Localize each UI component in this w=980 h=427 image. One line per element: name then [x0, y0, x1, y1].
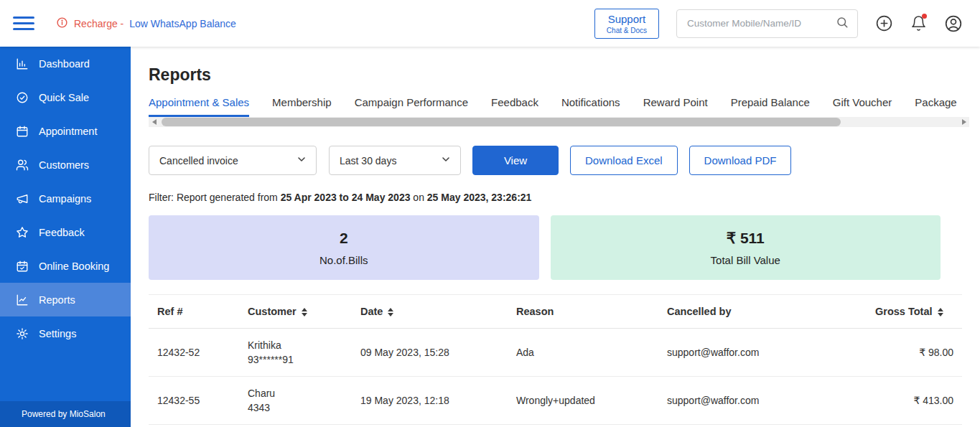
- bar-chart-icon: [16, 57, 29, 70]
- chevron-down-icon: [296, 154, 307, 167]
- tab-appointment-sales[interactable]: Appointment & Sales: [149, 96, 249, 117]
- cell-cancelled-by: support@waffor.com: [658, 329, 867, 377]
- gear-icon: [16, 327, 29, 340]
- sidebar-item-quick-sale[interactable]: Quick Sale: [0, 80, 131, 114]
- users-icon: [16, 159, 29, 172]
- customer-sub: 4343: [248, 402, 343, 413]
- powered-by-footer: Powered by MioSalon: [0, 401, 131, 427]
- sidebar-item-feedback[interactable]: Feedback: [0, 215, 131, 249]
- calendar-icon: [16, 125, 29, 138]
- filter-note-range: 25 Apr 2023 to 24 May 2023: [281, 192, 411, 203]
- notification-badge: [922, 14, 927, 19]
- check-circle-icon: [16, 91, 29, 104]
- customer-name: Charu: [248, 388, 343, 399]
- sidebar-item-label: Customers: [39, 159, 89, 171]
- sidebar-item-label: Campaigns: [39, 193, 91, 205]
- sidebar-item-label: Settings: [39, 328, 76, 339]
- tab-feedback[interactable]: Feedback: [491, 96, 538, 117]
- customer-name: Krithika: [248, 339, 343, 351]
- cell-gross-total: ₹ 413.00: [867, 377, 962, 425]
- sidebar-item-label: Feedback: [39, 227, 85, 238]
- menu-icon[interactable]: [13, 17, 34, 30]
- download-excel-button[interactable]: Download Excel: [570, 146, 678, 175]
- sort-icon[interactable]: [938, 308, 943, 316]
- scrollbar-thumb[interactable]: [162, 118, 841, 126]
- tab-package[interactable]: Package: [915, 96, 956, 117]
- filter-note-connector: on: [413, 192, 424, 203]
- view-button[interactable]: View: [472, 146, 559, 175]
- cell-ref: 12432-52: [149, 329, 239, 377]
- support-sublabel: Chat & Docs: [607, 27, 647, 34]
- tab-membership[interactable]: Membership: [272, 96, 332, 117]
- bills-count-value: 2: [340, 230, 348, 247]
- customer-sub: 93******91: [248, 354, 343, 365]
- cell-cancelled-by: support@waffor.com: [658, 377, 867, 425]
- sort-icon[interactable]: [388, 308, 393, 316]
- sidebar-item-reports[interactable]: Reports: [0, 283, 131, 316]
- sidebar-item-dashboard[interactable]: Dashboard: [0, 47, 131, 80]
- notifications-bell-icon[interactable]: [910, 15, 927, 32]
- sidebar-item-label: Dashboard: [39, 58, 90, 70]
- scrollbar-track[interactable]: [159, 117, 958, 127]
- chevron-down-icon: [440, 154, 452, 167]
- bills-count-label: No.of.Bills: [319, 254, 368, 266]
- recharge-alert-link[interactable]: Recharge - Low WhatsApp Balance: [56, 17, 236, 31]
- col-date[interactable]: Date: [352, 295, 508, 329]
- tab-reward-point[interactable]: Reward Point: [643, 96, 708, 117]
- alert-highlight-text: Recharge -: [74, 18, 123, 29]
- tab-gift-voucher[interactable]: Gift Voucher: [833, 96, 892, 117]
- sidebar-item-campaigns[interactable]: Campaigns: [0, 182, 131, 215]
- sidebar-item-label: Online Booking: [39, 261, 109, 272]
- support-label: Support: [608, 13, 646, 25]
- cell-date: 19 May 2023, 12:18: [352, 377, 508, 425]
- cancelled-invoice-table: Ref # Customer Date Reason Cancelled by …: [149, 294, 962, 425]
- report-type-select[interactable]: Cancelled invoice: [149, 146, 317, 175]
- customer-search-box[interactable]: [676, 9, 858, 38]
- filter-controls: Cancelled invoice Last 30 days View Down…: [149, 146, 941, 175]
- tabs-horizontal-scrollbar[interactable]: [149, 117, 969, 127]
- sidebar-nav: Dashboard Quick Sale Appointment Custome…: [0, 47, 131, 427]
- col-customer[interactable]: Customer: [239, 295, 352, 329]
- sidebar-item-online-booking[interactable]: Online Booking: [0, 249, 131, 283]
- calendar-check-icon: [16, 260, 29, 273]
- warning-info-icon: [56, 17, 68, 31]
- line-chart-icon: [16, 294, 29, 306]
- scroll-left-arrow-icon[interactable]: [149, 117, 159, 127]
- table-header-row: Ref # Customer Date Reason Cancelled by …: [149, 295, 962, 329]
- main-content: Reports Appointment & Sales Membership C…: [131, 47, 980, 427]
- sidebar-item-appointment[interactable]: Appointment: [0, 114, 131, 148]
- cell-gross-total: ₹ 98.00: [867, 329, 962, 377]
- sidebar-item-customers[interactable]: Customers: [0, 148, 131, 182]
- filter-note-prefix: Filter: Report generated from: [149, 192, 278, 203]
- sort-icon[interactable]: [302, 308, 307, 316]
- col-ref: Ref #: [149, 295, 239, 329]
- date-range-value: Last 30 days: [340, 155, 396, 166]
- top-bar: Recharge - Low WhatsApp Balance Support …: [0, 0, 980, 47]
- customer-search-input[interactable]: [686, 17, 836, 29]
- tab-notifications[interactable]: Notifications: [561, 96, 620, 117]
- page-title: Reports: [149, 65, 941, 85]
- add-plus-circle-icon[interactable]: [875, 14, 893, 32]
- sidebar-item-label: Reports: [39, 294, 75, 306]
- cell-ref: 12432-55: [149, 377, 239, 425]
- col-gross-total[interactable]: Gross Total: [867, 295, 962, 329]
- megaphone-icon: [16, 192, 29, 205]
- star-icon: [16, 226, 29, 239]
- sidebar-item-settings[interactable]: Settings: [0, 316, 131, 350]
- powered-by-text: Powered by MioSalon: [22, 409, 106, 419]
- search-icon[interactable]: [836, 16, 849, 32]
- date-range-select[interactable]: Last 30 days: [329, 146, 461, 175]
- tab-campaign-performance[interactable]: Campaign Performance: [355, 96, 468, 117]
- support-button[interactable]: Support Chat & Docs: [594, 9, 659, 39]
- scroll-right-arrow-icon[interactable]: [958, 117, 969, 127]
- card-no-of-bills: 2 No.of.Bills: [149, 215, 539, 280]
- col-cancelled-by: Cancelled by: [658, 295, 867, 329]
- profile-avatar-icon[interactable]: [944, 14, 963, 33]
- cell-date: 09 May 2023, 15:28: [352, 329, 508, 377]
- tab-prepaid-balance[interactable]: Prepaid Balance: [731, 96, 810, 117]
- alert-message-text: Low WhatsApp Balance: [129, 18, 236, 29]
- download-pdf-button[interactable]: Download PDF: [689, 146, 792, 175]
- sidebar-item-label: Appointment: [39, 126, 97, 137]
- sidebar-item-label: Quick Sale: [39, 92, 89, 103]
- total-bill-label: Total Bill Value: [711, 254, 780, 266]
